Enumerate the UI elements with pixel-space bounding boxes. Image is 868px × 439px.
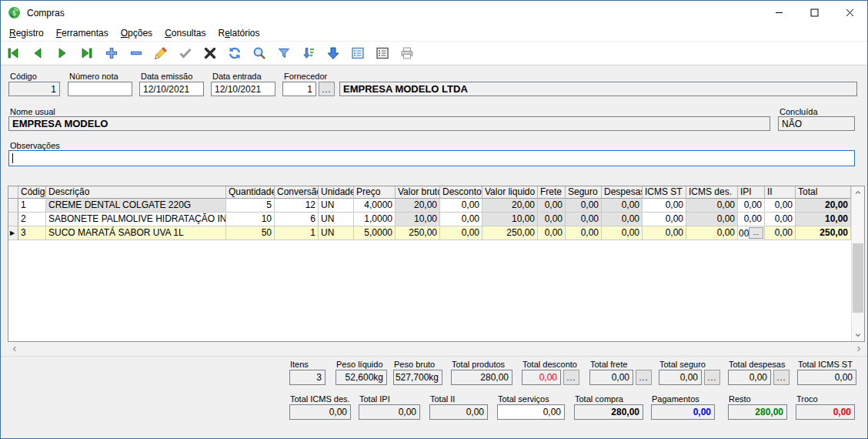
grid-cell[interactable]: 5,0000: [354, 226, 396, 240]
toolbar-print-button[interactable]: [397, 43, 417, 63]
scroll-left-button[interactable]: [8, 343, 21, 355]
grid-cell[interactable]: 0,00: [602, 213, 643, 226]
grid-cell[interactable]: SABONETE PALMOLIVE HIDRATAÇÃO INTEN: [46, 213, 226, 226]
grid-cell[interactable]: 20,00: [396, 199, 440, 213]
toolbar-delete-button[interactable]: [126, 43, 146, 63]
toolbar-sort-button[interactable]: [299, 43, 319, 63]
grid-cell[interactable]: 0,00: [440, 213, 482, 226]
grid-cell[interactable]: 0,00: [686, 226, 738, 240]
panel-divider: [1, 356, 867, 357]
grid-cell[interactable]: SUCO MARATÁ SABOR UVA 1L: [46, 226, 226, 240]
grid-cell[interactable]: 1,0000: [354, 213, 396, 226]
menu-item-opcoes[interactable]: Opções: [115, 26, 159, 40]
summary-total_despesas-lookup-button[interactable]: ...: [773, 370, 790, 385]
toolbar-grid-view-button[interactable]: [348, 43, 368, 63]
grid-cell[interactable]: 10,00: [796, 213, 851, 226]
grid-cell[interactable]: 10,00: [396, 213, 440, 226]
grid-cell[interactable]: 10: [226, 213, 275, 226]
toolbar-nav-next-button[interactable]: [52, 43, 72, 63]
grid-cell[interactable]: 0,00: [643, 213, 686, 226]
vertical-scroll-thumb[interactable]: [853, 243, 863, 313]
grid-cell[interactable]: 50: [226, 226, 275, 240]
toolbar-search-button[interactable]: [249, 43, 269, 63]
grid-cell[interactable]: 0,00: [566, 199, 602, 213]
grid-cell[interactable]: 0,00: [538, 213, 566, 226]
toolbar-nav-first-button[interactable]: [3, 43, 23, 63]
grid-cell[interactable]: 0,00: [643, 199, 686, 213]
scroll-down-button[interactable]: [852, 329, 864, 341]
ipi-editor-value[interactable]: 00: [738, 227, 749, 240]
data-emissao-field[interactable]: 12/10/2021: [139, 82, 204, 96]
grid-cell[interactable]: 20,00: [796, 199, 851, 213]
horizontal-scrollbar[interactable]: [8, 343, 865, 355]
grid-cell[interactable]: 250,00: [396, 226, 440, 240]
scroll-right-button[interactable]: [852, 343, 865, 355]
vertical-scrollbar[interactable]: [851, 186, 864, 341]
toolbar-filter-button[interactable]: [274, 43, 294, 63]
menu-item-relatorios[interactable]: Relatórios: [212, 26, 266, 40]
grid-cell[interactable]: 12: [275, 199, 319, 213]
grid-cell[interactable]: 2: [18, 213, 46, 226]
grid-cell[interactable]: 3: [18, 226, 46, 240]
summary-field-total_servicos[interactable]: 0,00: [497, 404, 565, 420]
observacoes-field[interactable]: [8, 150, 855, 166]
grid-cell[interactable]: 1: [18, 199, 46, 213]
ipi-lookup-button[interactable]: ...: [749, 227, 763, 239]
grid-cell[interactable]: 0,00: [538, 199, 566, 213]
toolbar-refresh-button[interactable]: [225, 43, 245, 63]
summary-total_frete-lookup-button[interactable]: ...: [636, 370, 652, 385]
menu-item-registro[interactable]: Registro: [3, 26, 50, 40]
grid-cell[interactable]: 10,00: [482, 213, 538, 226]
grid-cell[interactable]: 1: [275, 226, 319, 240]
grid-cell[interactable]: CREME DENTAL COLGATE 220G: [46, 199, 226, 213]
fornecedor-lookup-button[interactable]: ...: [319, 82, 335, 96]
grid-cell[interactable]: 250,00: [482, 226, 538, 240]
minimize-button[interactable]: [761, 1, 796, 25]
grid-cell[interactable]: 00...: [738, 226, 765, 240]
summary-label-peso_liquido: Peso líquido: [336, 360, 383, 369]
numero-nota-field[interactable]: [68, 82, 132, 96]
grid-cell[interactable]: UN: [319, 213, 354, 226]
toolbar-list-view-button[interactable]: [372, 43, 392, 63]
maximize-button[interactable]: [796, 1, 832, 25]
toolbar-nav-prior-button[interactable]: [28, 43, 48, 63]
toolbar-insert-button[interactable]: [102, 43, 122, 63]
fornecedor-code-field[interactable]: 1: [282, 82, 316, 96]
grid-cell[interactable]: 0,00: [765, 199, 796, 213]
grid-cell[interactable]: 0,00: [765, 226, 796, 240]
grid-cell[interactable]: 0,00: [538, 226, 566, 240]
summary-field-total_seguro: 0,00: [659, 370, 702, 385]
toolbar-post-button[interactable]: [175, 43, 195, 63]
menu-item-consultas[interactable]: Consultas: [159, 26, 212, 40]
grid-cell[interactable]: 0,00: [440, 226, 482, 240]
grid-cell[interactable]: UN: [319, 226, 354, 240]
grid-cell[interactable]: 4,0000: [354, 199, 396, 213]
grid-cell[interactable]: 0,00: [440, 199, 482, 213]
data-entrada-field[interactable]: 12/10/2021: [211, 82, 275, 96]
summary-total_desconto-lookup-button[interactable]: ...: [563, 370, 579, 385]
close-button[interactable]: [832, 1, 867, 25]
summary-total_seguro-lookup-button[interactable]: ...: [704, 370, 720, 385]
grid-cell[interactable]: 0,00: [765, 213, 796, 226]
grid-cell[interactable]: 0,00: [602, 226, 643, 240]
grid-cell[interactable]: 6: [275, 213, 319, 226]
grid-cell[interactable]: 5: [226, 199, 275, 213]
toolbar-download-button[interactable]: [323, 43, 343, 63]
grid-cell[interactable]: 0,00: [566, 213, 602, 226]
grid-cell[interactable]: 0,00: [686, 213, 738, 226]
toolbar-nav-last-button[interactable]: [77, 43, 97, 63]
grid-cell[interactable]: UN: [319, 199, 354, 213]
toolbar-cancel-button[interactable]: [200, 43, 220, 63]
grid-cell[interactable]: 0,00: [566, 226, 602, 240]
grid-cell[interactable]: 0,00: [738, 213, 765, 226]
vertical-scroll-track[interactable]: [852, 199, 864, 329]
toolbar-edit-button[interactable]: [151, 43, 171, 63]
grid-cell[interactable]: 20,00: [482, 199, 538, 213]
grid-cell[interactable]: 0,00: [686, 199, 738, 213]
menu-item-ferramentas[interactable]: Ferramentas: [50, 26, 115, 40]
grid-cell[interactable]: 0,00: [602, 199, 643, 213]
grid-cell[interactable]: 0,00: [738, 199, 765, 213]
scroll-up-button[interactable]: [852, 186, 864, 199]
grid-cell[interactable]: 250,00: [796, 226, 851, 240]
grid-cell[interactable]: 0,00: [643, 226, 686, 240]
